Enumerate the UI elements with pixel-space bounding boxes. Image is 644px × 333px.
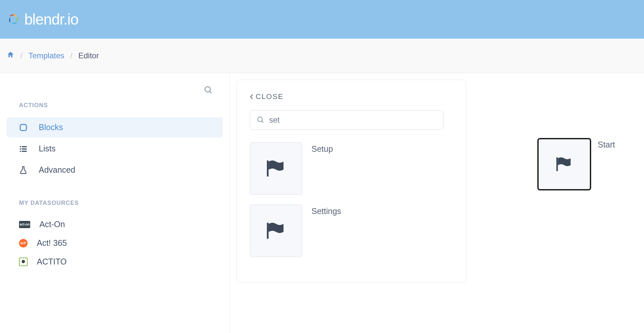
search-icon xyxy=(257,116,265,124)
blocks-icon xyxy=(18,123,28,132)
svg-rect-7 xyxy=(20,150,21,152)
svg-rect-3 xyxy=(20,146,21,147)
panel-search-input[interactable] xyxy=(269,115,437,125)
svg-rect-2 xyxy=(20,124,27,130)
panel-search[interactable] xyxy=(250,110,443,130)
svg-rect-4 xyxy=(22,146,27,147)
brand-name: blendr.io xyxy=(24,10,78,28)
flag-icon xyxy=(265,159,288,178)
blendr-logo-icon xyxy=(7,12,21,27)
result-settings[interactable]: Settings xyxy=(250,205,453,257)
datasource-label: Act! 365 xyxy=(37,238,67,248)
editor-canvas: CLOSE Setup Settings xyxy=(230,73,644,333)
svg-rect-12 xyxy=(267,223,268,239)
breadcrumb: / Templates / Editor xyxy=(0,39,644,73)
chevron-left-icon xyxy=(250,94,254,100)
svg-rect-6 xyxy=(22,148,27,149)
flask-icon xyxy=(18,166,28,175)
sidebar-actions-heading: ACTIONS xyxy=(19,102,223,109)
start-label: Start xyxy=(598,140,615,149)
result-setup[interactable]: Setup xyxy=(250,142,453,195)
sidebar: ACTIONS Blocks Lists Advanced MY xyxy=(0,73,230,333)
block-picker-panel: CLOSE Setup Settings xyxy=(236,80,466,283)
datasource-act365[interactable]: act! Act! 365 xyxy=(7,234,223,252)
svg-line-10 xyxy=(262,121,263,123)
result-label: Settings xyxy=(311,205,341,216)
brand-logo[interactable]: blendr.io xyxy=(7,10,78,28)
svg-line-1 xyxy=(210,91,212,93)
sidebar-item-blocks[interactable]: Blocks xyxy=(7,117,223,137)
sidebar-search-icon[interactable] xyxy=(204,86,213,96)
svg-rect-8 xyxy=(22,150,27,152)
result-box[interactable] xyxy=(250,142,302,195)
datasource-acton[interactable]: act-on Act-On xyxy=(7,215,223,234)
breadcrumb-separator: / xyxy=(20,51,23,60)
flag-icon xyxy=(265,222,288,240)
sidebar-item-label: Lists xyxy=(39,144,55,153)
acton-icon: act-on xyxy=(19,221,30,228)
actito-icon xyxy=(19,258,28,266)
result-label: Setup xyxy=(311,142,333,154)
home-icon[interactable] xyxy=(7,51,14,61)
datasource-label: ACTITO xyxy=(37,257,67,266)
start-node: Start xyxy=(537,138,615,190)
svg-point-9 xyxy=(258,117,262,122)
close-label: CLOSE xyxy=(256,92,284,101)
sidebar-datasources-heading: MY DATASOURCES xyxy=(19,200,223,206)
breadcrumb-current: Editor xyxy=(78,51,99,60)
sidebar-item-label: Advanced xyxy=(39,165,75,175)
header-bar: blendr.io xyxy=(0,0,644,39)
lists-icon xyxy=(18,144,28,153)
result-box[interactable] xyxy=(250,205,302,257)
close-button[interactable]: CLOSE xyxy=(250,92,453,101)
datasource-actito[interactable]: ACTITO xyxy=(7,252,223,271)
breadcrumb-separator: / xyxy=(70,51,73,60)
svg-rect-5 xyxy=(20,148,21,149)
sidebar-item-label: Blocks xyxy=(39,123,63,132)
datasource-label: Act-On xyxy=(39,220,65,229)
svg-point-0 xyxy=(205,87,210,92)
breadcrumb-templates[interactable]: Templates xyxy=(29,51,64,60)
svg-rect-11 xyxy=(267,161,268,177)
sidebar-item-lists[interactable]: Lists xyxy=(7,139,223,159)
flag-icon xyxy=(554,156,574,172)
act365-icon: act! xyxy=(19,239,28,247)
sidebar-item-advanced[interactable]: Advanced xyxy=(7,160,223,180)
start-block[interactable] xyxy=(537,138,591,190)
svg-rect-13 xyxy=(556,157,558,171)
